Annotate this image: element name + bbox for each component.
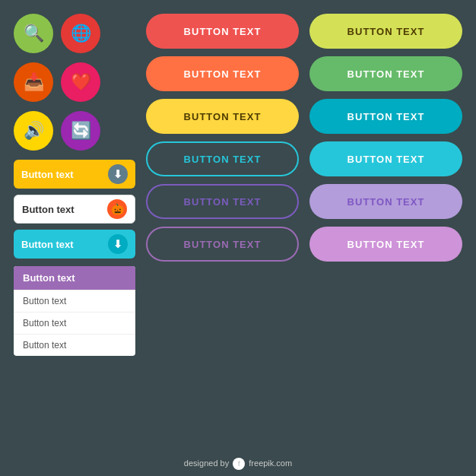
- btn-lavender[interactable]: BUTTON TEXT: [309, 184, 462, 219]
- small-btn-yellow-label: Button text: [21, 169, 74, 180]
- dropdown-item-2[interactable]: Button text: [14, 312, 135, 334]
- icon-row-1: 🔍 🌐: [14, 14, 135, 53]
- btn-teal2[interactable]: BUTTON TEXT: [309, 99, 462, 134]
- footer-brand: freepik.com: [249, 459, 292, 468]
- btn-yellow-large[interactable]: BUTTON TEXT: [146, 99, 299, 134]
- small-btn-yellow-badge: ⬇: [108, 164, 128, 184]
- search-icon[interactable]: 🔍: [14, 14, 53, 53]
- volume-icon[interactable]: 🔊: [14, 111, 53, 151]
- footer-text: designed by: [184, 459, 231, 468]
- btn-red[interactable]: BUTTON TEXT: [146, 14, 299, 49]
- btn-lime[interactable]: BUTTON TEXT: [309, 14, 462, 49]
- left-column: 🔍 🌐 📥 ❤️ 🔊 🔄 Button text ⬇ Button text 🎃…: [14, 14, 135, 356]
- dropdown-item-3[interactable]: Button text: [14, 334, 135, 356]
- footer: designed by f freepik.com: [0, 458, 476, 470]
- small-btn-yellow[interactable]: Button text ⬇: [14, 160, 135, 189]
- btn-outline-teal[interactable]: BUTTON TEXT: [146, 141, 299, 176]
- main-container: 🔍 🌐 📥 ❤️ 🔊 🔄 Button text ⬇ Button text 🎃…: [0, 0, 476, 356]
- dropdown-header[interactable]: Button text: [14, 266, 135, 290]
- small-btn-white-label: Button text: [22, 204, 75, 215]
- btn-teal-right[interactable]: BUTTON TEXT: [309, 141, 462, 176]
- right-column: BUTTON TEXT BUTTON TEXT BUTTON TEXT BUTT…: [309, 14, 462, 356]
- btn-outline-purple2[interactable]: BUTTON TEXT: [146, 227, 299, 262]
- icon-row-2: 📥 ❤️: [14, 62, 135, 102]
- globe-icon[interactable]: 🌐: [61, 14, 100, 53]
- icon-row-3: 🔊 🔄: [14, 111, 135, 151]
- small-btn-teal-badge: ⬇: [108, 234, 128, 254]
- btn-green[interactable]: BUTTON TEXT: [309, 56, 462, 91]
- dropdown-list: Button text Button text Button text Butt…: [14, 266, 135, 356]
- small-btn-white-badge: 🎃: [107, 199, 127, 219]
- small-btn-white[interactable]: Button text 🎃: [14, 195, 135, 224]
- heart-icon[interactable]: ❤️: [61, 62, 100, 102]
- small-btn-teal-label: Button text: [21, 239, 74, 250]
- dropdown-item-1[interactable]: Button text: [14, 290, 135, 312]
- btn-lavender2[interactable]: BUTTON TEXT: [309, 227, 462, 262]
- small-btn-teal[interactable]: Button text ⬇: [14, 230, 135, 259]
- mid-column: BUTTON TEXT BUTTON TEXT BUTTON TEXT BUTT…: [146, 14, 299, 356]
- btn-orange[interactable]: BUTTON TEXT: [146, 56, 299, 91]
- freepik-logo: f: [233, 458, 245, 470]
- refresh-icon[interactable]: 🔄: [61, 111, 100, 151]
- download-icon[interactable]: 📥: [14, 62, 53, 102]
- btn-outline-purple[interactable]: BUTTON TEXT: [146, 184, 299, 219]
